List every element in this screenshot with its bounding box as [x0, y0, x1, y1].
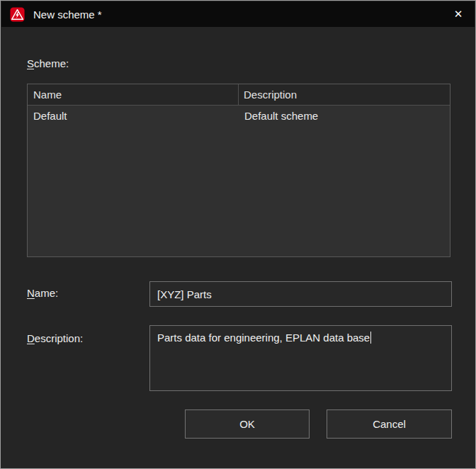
- description-text: Parts data for engineering, EPLAN data b…: [157, 332, 370, 344]
- dialog-title: New scheme *: [33, 9, 102, 21]
- scheme-table-header: Name Description: [28, 84, 450, 106]
- scheme-table: Name Description Default Default scheme: [27, 84, 450, 257]
- ok-button[interactable]: OK: [185, 409, 310, 439]
- name-input[interactable]: [149, 281, 452, 307]
- row-description-cell[interactable]: Default scheme: [239, 106, 450, 127]
- name-label-accesskey: N: [27, 287, 35, 299]
- scheme-label-rest: cheme:: [34, 57, 69, 69]
- dialog-body: Scheme: Name Description Default Default…: [1, 27, 475, 468]
- new-scheme-dialog: New scheme * ✕ Scheme: Name Description …: [0, 0, 476, 469]
- cancel-button[interactable]: Cancel: [327, 409, 452, 439]
- column-header-description[interactable]: Description: [239, 84, 450, 105]
- name-label: Name:: [27, 287, 58, 299]
- description-label-accesskey: D: [27, 332, 35, 344]
- scheme-label: Scheme:: [27, 57, 69, 69]
- column-header-name[interactable]: Name: [28, 84, 239, 105]
- close-button[interactable]: ✕: [442, 1, 475, 27]
- titlebar[interactable]: New scheme * ✕: [1, 1, 475, 27]
- name-label-rest: ame:: [35, 287, 58, 299]
- description-textarea[interactable]: Parts data for engineering, EPLAN data b…: [149, 325, 452, 391]
- row-name-cell[interactable]: Default: [28, 106, 239, 127]
- text-caret: [370, 332, 371, 344]
- table-row[interactable]: Default Default scheme: [28, 106, 450, 127]
- description-label-rest: escription:: [35, 332, 83, 344]
- eplan-logo-icon: [10, 7, 25, 22]
- scheme-label-accesskey: S: [27, 57, 34, 69]
- description-label: Description:: [27, 332, 83, 344]
